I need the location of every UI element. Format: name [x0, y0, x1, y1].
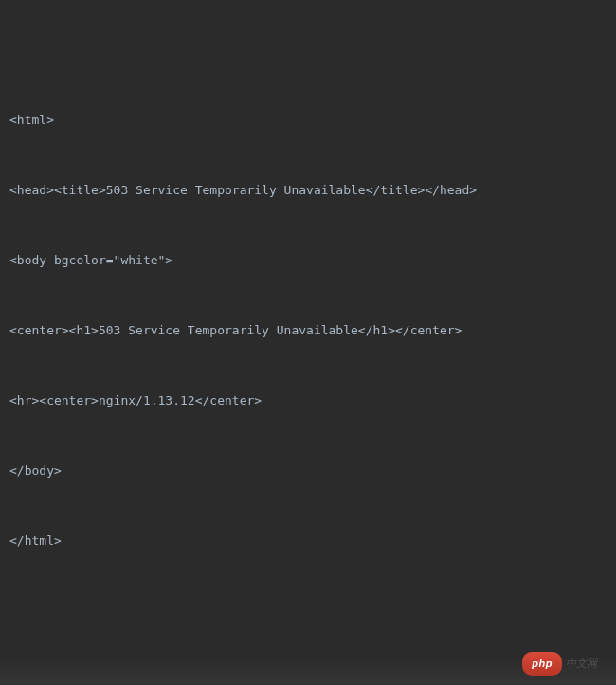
- code-line: <html>: [9, 109, 607, 133]
- code-section-2: <html> <head><title>503 Service Temporar…: [9, 670, 607, 685]
- code-line: </html>: [9, 530, 607, 553]
- code-line: <body bgcolor="white">: [9, 249, 607, 273]
- code-line: <center><h1>503 Service Temporarily Unav…: [9, 319, 607, 343]
- code-line: <head><title>503 Service Temporarily Una…: [9, 179, 607, 203]
- code-line: <hr><center>nginx/1.13.12</center>: [9, 389, 607, 413]
- watermark-suffix: 中文网: [566, 654, 597, 674]
- code-section-1: <html> <head><title>503 Service Temporar…: [9, 62, 607, 600]
- watermark: php 中文网: [522, 652, 597, 676]
- code-container: <html> <head><title>503 Service Temporar…: [9, 15, 607, 685]
- watermark-badge: php: [522, 652, 562, 676]
- code-line: </body>: [9, 460, 607, 483]
